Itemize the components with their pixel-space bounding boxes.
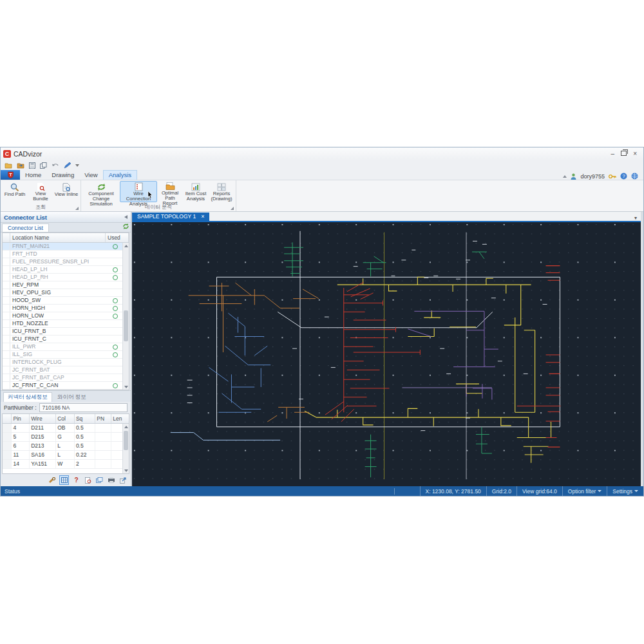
- scroll-up-icon[interactable]: [123, 424, 129, 430]
- connector-row[interactable]: HEAD_LP_LH: [3, 266, 129, 274]
- column-len[interactable]: Len: [111, 414, 129, 423]
- ribbon-tab[interactable]: Home: [20, 171, 46, 180]
- column-col[interactable]: Col: [56, 414, 75, 423]
- import-folder-icon[interactable]: [17, 162, 24, 169]
- connector-name: HEAD_LP_LH: [10, 266, 105, 273]
- export-icon[interactable]: [118, 476, 127, 484]
- connector-name: HORN_HIGH: [10, 305, 105, 312]
- pin-row[interactable]: 11 SA16 L 0.22: [3, 451, 129, 460]
- ribbon-tab[interactable]: View: [79, 171, 102, 180]
- tab-connector-details[interactable]: 커넥터 상세정보: [3, 392, 52, 402]
- print-icon[interactable]: [107, 476, 115, 484]
- window-title: CADvizor: [14, 150, 42, 158]
- option-filter-menu[interactable]: Option filter: [562, 486, 607, 496]
- collapse-ribbon-icon[interactable]: [563, 175, 567, 178]
- ribbon-tab[interactable]: Analysis: [103, 170, 137, 180]
- help-icon[interactable]: ?: [620, 173, 627, 180]
- tab-connector-list[interactable]: Connector List: [2, 223, 49, 232]
- dialog-launcher-icon[interactable]: [231, 207, 234, 210]
- undo-icon[interactable]: [52, 162, 59, 168]
- connector-row[interactable]: JC_FRNT_BAT_CAP: [3, 374, 129, 382]
- pin-row[interactable]: 5 D215 G 0.5: [3, 433, 129, 442]
- connector-row[interactable]: HORN_HIGH: [3, 305, 129, 312]
- tab-overflow-icon[interactable]: ▾: [634, 215, 637, 221]
- refresh-icon[interactable]: [122, 223, 129, 231]
- mouse-cursor-icon: [147, 189, 153, 201]
- user-name: dory9755: [580, 173, 605, 180]
- connector-row[interactable]: JC_FRNT_C_CAN: [3, 382, 129, 390]
- tab-wire-info[interactable]: 와이어 정보: [53, 393, 90, 402]
- connector-scrollbar[interactable]: [122, 243, 129, 390]
- settings-menu[interactable]: Settings: [607, 486, 643, 496]
- table-grid-icon[interactable]: [59, 475, 69, 485]
- column-wire[interactable]: Wire: [30, 414, 56, 423]
- layers-icon[interactable]: [95, 476, 104, 484]
- component-icon[interactable]: [48, 476, 56, 484]
- close-button[interactable]: ×: [633, 151, 637, 157]
- connector-row[interactable]: HORN_LOW: [3, 312, 129, 320]
- search-document-icon[interactable]: [84, 476, 92, 484]
- edit-pen-icon[interactable]: [64, 162, 71, 169]
- row-marker: [3, 374, 10, 381]
- connector-row[interactable]: ILL_PWR: [3, 343, 129, 351]
- dialog-launcher-icon[interactable]: [75, 207, 79, 210]
- reports-drawing-button[interactable]: Reports (Drawing): [209, 181, 234, 202]
- row-marker: [3, 382, 10, 389]
- open-folder-icon[interactable]: [5, 162, 12, 169]
- collapse-panel-icon[interactable]: [124, 215, 128, 219]
- connector-row[interactable]: HOOD_SW: [3, 297, 129, 305]
- connector-row[interactable]: ICU_FRNT_C: [3, 336, 129, 343]
- wire-connection-analysis-button[interactable]: Wire Connection Analysis: [120, 181, 157, 202]
- save-icon[interactable]: [29, 162, 35, 169]
- view-bundle-button[interactable]: View Bundle: [28, 181, 53, 202]
- connector-row[interactable]: ILL_SIG: [3, 351, 129, 359]
- key-icon[interactable]: [609, 174, 616, 179]
- item-cost-analysis-button[interactable]: Item Cost Analysis: [183, 181, 209, 202]
- connector-name: ICU_FRNT_B: [10, 328, 105, 335]
- component-change-simulation-button[interactable]: Component Change Simulation: [82, 181, 120, 202]
- help-question-icon[interactable]: ?: [72, 476, 80, 484]
- optimal-path-report-button[interactable]: Optimal Path Report: [157, 181, 183, 202]
- scroll-up-icon[interactable]: [123, 243, 129, 249]
- pin-scrollbar[interactable]: [122, 424, 129, 473]
- connector-row[interactable]: HEAD_LP_RH: [3, 274, 129, 281]
- scroll-down-icon[interactable]: [123, 468, 129, 473]
- pin-row[interactable]: 14 YA151 W 2: [3, 460, 129, 469]
- ribbon-tab[interactable]: Drawing: [46, 171, 79, 180]
- used-indicator-icon: [113, 383, 118, 388]
- web-icon[interactable]: [631, 173, 638, 180]
- copy-icon[interactable]: [40, 162, 47, 169]
- connector-row[interactable]: FRNT_MAIN21: [3, 243, 129, 251]
- restore-icon: [621, 151, 627, 156]
- pin-row[interactable]: 4 D211 OB 0.5: [3, 424, 129, 433]
- connector-row[interactable]: HEV_OPU_SIG: [3, 289, 129, 297]
- part-number-field[interactable]: 710186 NA: [39, 403, 128, 412]
- connector-row[interactable]: INTERLOCK_PLUG: [3, 359, 129, 366]
- app-menu-button[interactable]: [1, 170, 20, 180]
- scroll-down-icon[interactable]: [123, 384, 129, 390]
- pin-row[interactable]: 6 D213 L 0.5: [3, 442, 129, 451]
- drawing-canvas[interactable]: [132, 222, 641, 486]
- connector-row[interactable]: JC_FRNT_BAT: [3, 366, 129, 374]
- find-path-button[interactable]: Find Path: [2, 181, 28, 202]
- connector-row[interactable]: HEV_RPM: [3, 281, 129, 289]
- connector-row[interactable]: FRT_HTD: [3, 251, 129, 258]
- column-location-name[interactable]: Location Name: [10, 233, 106, 242]
- minimize-button[interactable]: –: [611, 151, 615, 157]
- restore-button[interactable]: [621, 151, 627, 157]
- view-inline-button[interactable]: View Inline: [53, 181, 79, 202]
- column-pn[interactable]: PN: [95, 414, 111, 423]
- more-dropdown-icon[interactable]: [75, 164, 79, 167]
- row-marker: [3, 366, 10, 374]
- document-tab[interactable]: SAMPLE TOPOLOGY 1 ×: [132, 213, 209, 221]
- row-marker: [3, 243, 10, 250]
- connector-row[interactable]: FUEL_PRESSURE_SNSR_LPI: [3, 258, 129, 266]
- column-used[interactable]: Used: [106, 233, 129, 242]
- connector-row[interactable]: ICU_FRNT_B: [3, 328, 129, 336]
- app-window: C CADvizor – × HomeDrawingViewAnalysis d…: [0, 147, 644, 497]
- column-sq[interactable]: Sq: [75, 414, 95, 423]
- close-tab-icon[interactable]: ×: [201, 214, 204, 219]
- connector-row[interactable]: HTD_NOZZLE: [3, 320, 129, 328]
- connector-name: ICU_FRNT_C: [10, 336, 105, 343]
- column-pin[interactable]: Pin: [12, 414, 30, 423]
